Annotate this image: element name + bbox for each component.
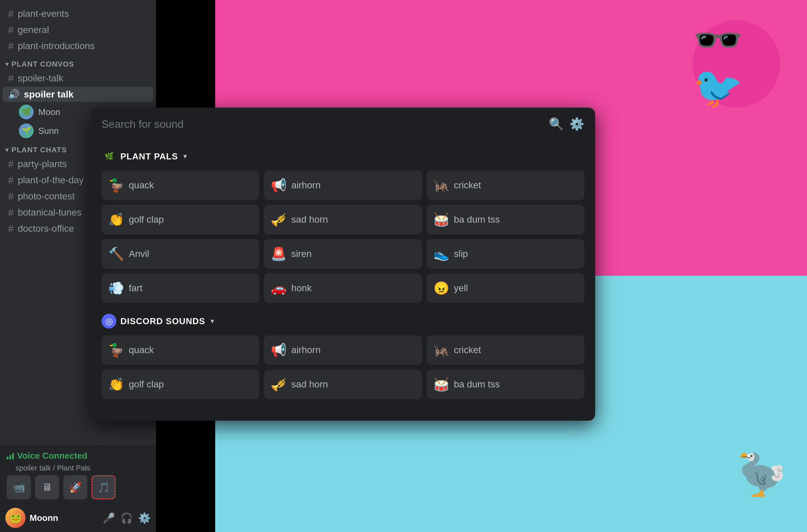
hash-icon: #	[8, 40, 14, 52]
hash-icon: #	[8, 223, 14, 234]
slip-emoji: 👟	[434, 247, 449, 261]
speaker-icon: 🔊	[8, 89, 20, 100]
sound-fart[interactable]: 💨 fart	[101, 273, 259, 303]
chevron-icon: ▾	[5, 146, 9, 154]
hash-icon: #	[8, 8, 14, 19]
channel-general[interactable]: # general	[3, 22, 153, 38]
pink-character: 🕶️🐦	[693, 20, 780, 108]
airhorn2-emoji: 📢	[271, 343, 287, 358]
golf-clap2-emoji: 👏	[108, 377, 124, 392]
chevron-icon: ▾	[5, 60, 9, 68]
discord-sounds-header: ◎ DISCORD SOUNDS ▾	[101, 314, 584, 328]
hash-icon: #	[8, 73, 14, 84]
yell-emoji: 😠	[434, 281, 449, 296]
moon-avatar: 🌿	[19, 104, 34, 119]
chevron-down-icon: ▾	[183, 152, 187, 161]
quack2-emoji: 🦆	[108, 343, 124, 358]
siren-emoji: 🚨	[271, 247, 287, 261]
plant-pals-icon: 🌿	[101, 149, 116, 164]
sound-airhorn[interactable]: 📢 airhorn	[264, 171, 422, 200]
settings-button[interactable]: ⚙️	[138, 512, 151, 524]
discord-sound-airhorn[interactable]: 📢 airhorn	[264, 335, 422, 365]
channel-plant-introductions[interactable]: # plant-introductions	[3, 38, 153, 54]
voice-connected-bar: Voice Connected spoiler talk / Plant Pal…	[0, 445, 156, 504]
fart-emoji: 💨	[108, 281, 124, 296]
voice-channel-info: spoiler talk / Plant Pals	[16, 464, 149, 473]
channel-spoiler-talk-voice[interactable]: 🔊 spoiler talk	[3, 87, 153, 102]
discord-sounds-title: DISCORD SOUNDS	[120, 316, 205, 326]
channel-plant-events[interactable]: # plant-events	[3, 6, 153, 21]
discord-sound-quack[interactable]: 🦆 quack	[101, 335, 259, 365]
sound-anvil[interactable]: 🔨 Anvil	[101, 239, 259, 269]
ba-dum-tss2-emoji: 🥁	[434, 377, 449, 392]
activity-button[interactable]: 🚀	[63, 475, 88, 499]
sunn-avatar: 🌱	[19, 124, 34, 138]
channel-spoiler-talk-text[interactable]: # spoiler-talk	[3, 71, 153, 86]
voice-connected-label: Voice Connected	[17, 451, 88, 461]
cyan-character: 🦤	[736, 451, 787, 498]
plant-pals-header: 🌿 PLANT PALS ▾	[101, 149, 584, 164]
soundboard-settings-button[interactable]: ⚙️	[569, 117, 584, 131]
signal-icon	[7, 453, 14, 459]
plant-pals-title: PLANT PALS	[120, 151, 178, 162]
video-button[interactable]: 📹	[7, 475, 31, 499]
sound-golf-clap[interactable]: 👏 golf clap	[101, 205, 259, 234]
modal-body: 🌿 PLANT PALS ▾ 🦆 quack 📢 airhorn 🦗 crick…	[91, 141, 595, 421]
discord-icon: ◎	[101, 314, 116, 328]
discord-sound-golf-clap[interactable]: 👏 golf clap	[101, 369, 259, 399]
sound-sad-horn[interactable]: 🎺 sad horn	[264, 205, 422, 234]
chevron-down-icon: ▾	[211, 317, 214, 325]
user-avatar: 🐸	[5, 508, 25, 528]
discord-sound-grid: 🦆 quack 📢 airhorn 🦗 cricket 👏 golf clap …	[101, 335, 584, 399]
discord-sound-ba-dum-tss[interactable]: 🥁 ba dum tss	[427, 369, 584, 399]
voice-controls: 📹 🖥 🚀 🎵	[7, 475, 149, 499]
category-plant-convos[interactable]: ▾ PLANT CONVOS	[0, 55, 156, 70]
plant-pals-sound-grid: 🦆 quack 📢 airhorn 🦗 cricket 👏 golf clap …	[101, 171, 584, 303]
username: Moonn	[30, 513, 98, 523]
discord-sound-sad-horn[interactable]: 🎺 sad horn	[264, 369, 422, 399]
soundboard-button[interactable]: 🎵	[92, 475, 116, 499]
hash-icon: #	[8, 24, 14, 36]
soundboard-modal: Search for sound 🔍 ⚙️ 🌿 PLANT PALS ▾ 🦆 q…	[91, 108, 595, 421]
sad-horn-emoji: 🎺	[271, 212, 287, 227]
cricket2-emoji: 🦗	[434, 343, 449, 358]
discord-sound-cricket[interactable]: 🦗 cricket	[427, 335, 584, 365]
search-button[interactable]: 🔍	[549, 117, 564, 131]
search-input-wrap: Search for sound	[101, 118, 538, 131]
user-bar: 🐸 Moonn 🎤 🎧 ⚙️	[0, 504, 156, 532]
hash-icon: #	[8, 158, 14, 170]
ba-dum-tss-emoji: 🥁	[434, 212, 449, 227]
cricket-emoji: 🦗	[434, 178, 449, 193]
airhorn-emoji: 📢	[271, 178, 287, 193]
hash-icon: #	[8, 207, 14, 218]
sound-cricket[interactable]: 🦗 cricket	[427, 171, 584, 200]
headphones-button[interactable]: 🎧	[120, 512, 133, 524]
user-controls: 🎤 🎧 ⚙️	[102, 512, 151, 524]
search-placeholder: Search for sound	[101, 118, 538, 131]
golf-clap-emoji: 👏	[108, 212, 124, 227]
sound-honk[interactable]: 🚗 honk	[264, 273, 422, 303]
search-bar: Search for sound 🔍 ⚙️	[91, 108, 595, 141]
hash-icon: #	[8, 191, 14, 202]
quack-emoji: 🦆	[108, 178, 124, 193]
voice-status: Voice Connected	[7, 451, 149, 461]
sound-yell[interactable]: 😠 yell	[427, 273, 584, 303]
sound-slip[interactable]: 👟 slip	[427, 239, 584, 269]
microphone-button[interactable]: 🎤	[102, 512, 115, 524]
honk-emoji: 🚗	[271, 281, 287, 296]
screen-share-button[interactable]: 🖥	[35, 475, 59, 499]
sound-quack[interactable]: 🦆 quack	[101, 171, 259, 200]
sound-ba-dum-tss[interactable]: 🥁 ba dum tss	[427, 205, 584, 234]
sound-siren[interactable]: 🚨 siren	[264, 239, 422, 269]
anvil-emoji: 🔨	[108, 247, 124, 261]
hash-icon: #	[8, 174, 14, 186]
sad-horn2-emoji: 🎺	[271, 377, 287, 392]
